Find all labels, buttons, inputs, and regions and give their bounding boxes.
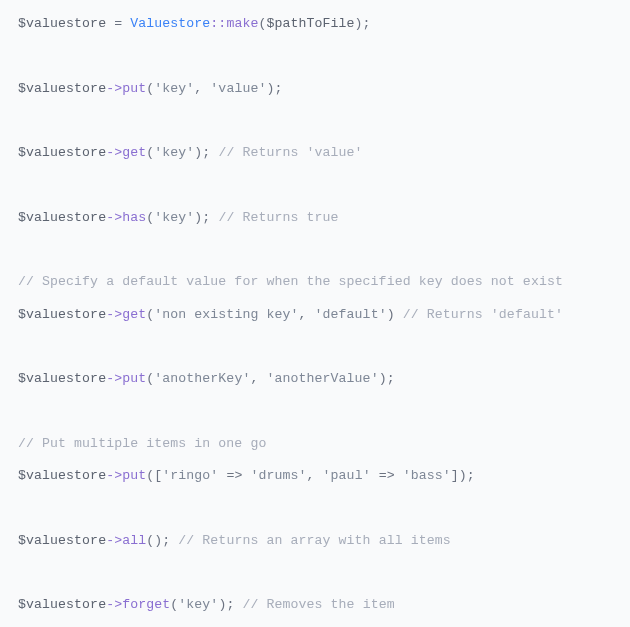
- code-token: );: [194, 210, 218, 225]
- code-token: $valuestore: [18, 597, 106, 612]
- code-token: ): [387, 307, 403, 322]
- code-token: ::: [210, 16, 226, 31]
- code-token: Valuestore: [130, 16, 210, 31]
- code-token: 'ringo': [162, 468, 218, 483]
- code-token: $valuestore: [18, 81, 106, 96]
- code-token: put: [122, 371, 146, 386]
- code-token: 'value': [210, 81, 266, 96]
- code-token: get: [122, 307, 146, 322]
- code-token: 'key': [154, 210, 194, 225]
- code-token: );: [266, 81, 282, 96]
- code-token: ->: [106, 81, 122, 96]
- code-token: make: [226, 16, 258, 31]
- code-token: has: [122, 210, 146, 225]
- code-token: // Put multiple items in one go: [18, 436, 266, 451]
- code-token: ();: [146, 533, 178, 548]
- code-token: $valuestore: [18, 371, 106, 386]
- code-token: ]);: [451, 468, 475, 483]
- code-token: =>: [371, 468, 403, 483]
- code-token: ,: [250, 371, 266, 386]
- code-token: ->: [106, 371, 122, 386]
- code-token: 'anotherKey': [154, 371, 250, 386]
- code-token: =>: [218, 468, 250, 483]
- code-token: // Returns true: [218, 210, 338, 225]
- code-token: );: [379, 371, 395, 386]
- code-token: 'bass': [403, 468, 451, 483]
- code-token: $valuestore: [18, 210, 106, 225]
- code-token: $valuestore: [18, 145, 106, 160]
- code-token: 'non existing key': [154, 307, 298, 322]
- code-token: forget: [122, 597, 170, 612]
- code-token: 'anotherValue': [266, 371, 378, 386]
- code-token: ->: [106, 210, 122, 225]
- code-block: $valuestore = Valuestore::make($pathToFi…: [0, 0, 630, 627]
- code-token: get: [122, 145, 146, 160]
- code-token: // Returns an array with all items: [178, 533, 450, 548]
- code-token: 'default': [315, 307, 387, 322]
- code-token: ([: [146, 468, 162, 483]
- code-token: );: [194, 145, 218, 160]
- code-token: ->: [106, 468, 122, 483]
- code-token: 'paul': [323, 468, 371, 483]
- code-token: // Returns 'default': [403, 307, 563, 322]
- code-token: ->: [106, 145, 122, 160]
- code-token: put: [122, 81, 146, 96]
- code-token: // Removes the item: [242, 597, 394, 612]
- code-token: ->: [106, 597, 122, 612]
- code-token: 'key': [154, 145, 194, 160]
- code-token: ,: [299, 307, 315, 322]
- code-token: );: [355, 16, 371, 31]
- code-token: $pathToFile: [266, 16, 354, 31]
- code-token: 'key': [154, 81, 194, 96]
- code-token: ->: [106, 307, 122, 322]
- code-token: $valuestore: [18, 468, 106, 483]
- code-token: 'key': [178, 597, 218, 612]
- code-token: $valuestore: [18, 533, 106, 548]
- code-token: $valuestore: [18, 307, 106, 322]
- code-token: put: [122, 468, 146, 483]
- code-token: ,: [194, 81, 210, 96]
- code-token: // Specify a default value for when the …: [18, 274, 563, 289]
- code-token: ,: [307, 468, 323, 483]
- code-token: ->: [106, 533, 122, 548]
- code-token: 'drums': [250, 468, 306, 483]
- code-token: );: [218, 597, 242, 612]
- code-token: // Returns 'value': [218, 145, 362, 160]
- code-token: $valuestore: [18, 16, 106, 31]
- code-token: =: [106, 16, 130, 31]
- code-token: all: [122, 533, 146, 548]
